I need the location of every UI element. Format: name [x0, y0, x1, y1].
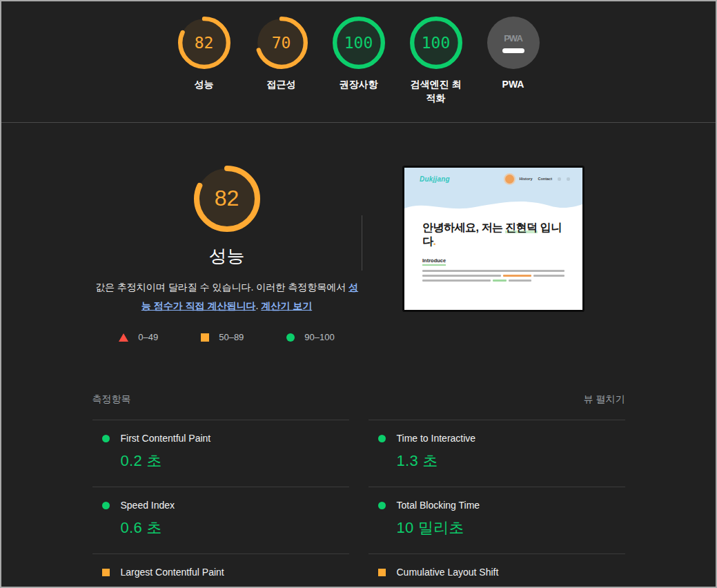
metric-name: Time to Interactive — [397, 433, 476, 444]
legend-pass-range: 90–100 — [304, 332, 334, 342]
thumbnail-subheading: Introduce — [422, 257, 446, 266]
metric-first-contentful-paint: First Contentful Paint 0.2 초 — [92, 420, 349, 487]
thumbnail-heading: 안녕하세요, 저는 진현덕 입니다. — [422, 221, 573, 250]
calculator-link[interactable]: 계산기 보기 — [261, 300, 312, 311]
metric-largest-contentful-paint: Largest Contentful Paint 2.2 초 — [92, 553, 349, 588]
pwa-badge-icon: PWA — [487, 17, 540, 69]
metric-total-blocking-time: Total Blocking Time 10 밀리초 — [369, 487, 625, 553]
legend-average-range: 50–89 — [219, 332, 244, 342]
category-link-performance[interactable]: 82 성능 — [177, 17, 232, 106]
thumbnail-nav-contact: Contact — [538, 177, 552, 181]
scores-header: 82 성능 70 접근성 100 권장사항 — [1, 1, 716, 123]
performance-score: 82 — [178, 17, 230, 69]
category-link-seo[interactable]: 100 검색엔진 최적화 — [409, 17, 464, 106]
heading-name: 진현덕 — [505, 222, 538, 233]
metric-value: 1.3 초 — [397, 451, 625, 471]
legend-fail: 0–49 — [119, 332, 158, 342]
metric-name: Total Blocking Time — [397, 500, 480, 511]
metric-speed-index: Speed Index 0.6 초 — [92, 487, 349, 553]
performance-score-block: 82 성능 값은 추정치이며 달라질 수 있습니다. 이러한 측정항목에서 성능… — [92, 166, 362, 343]
metric-value: 0.6 초 — [121, 518, 349, 538]
metric-cumulative-layout-shift: Cumulative Layout Shift 0.231 — [369, 553, 625, 588]
metric-value: 0.231 — [397, 585, 625, 588]
metric-name: First Contentful Paint — [121, 433, 211, 444]
performance-summary: 82 성능 값은 추정치이며 달라질 수 있습니다. 이러한 측정항목에서 성능… — [92, 166, 625, 343]
score-legend: 0–49 50–89 90–100 — [119, 332, 334, 342]
metric-value: 10 밀리초 — [397, 518, 625, 538]
category-link-accessibility[interactable]: 70 접근성 — [254, 17, 309, 106]
performance-label: 성능 — [195, 77, 214, 91]
thumbnail-nav-history: History — [520, 177, 533, 181]
performance-big-gauge: 82 — [194, 166, 260, 232]
best-practices-score: 100 — [333, 17, 385, 69]
metric-rating-icon — [378, 435, 386, 442]
metric-rating-icon — [102, 502, 110, 509]
metrics-header: 측정항목 뷰 펼치기 — [92, 393, 625, 406]
performance-big-score: 82 — [194, 166, 260, 232]
metrics-section: 측정항목 뷰 펼치기 First Contentful Paint 0.2 초 … — [92, 393, 625, 588]
performance-description: 값은 추정치이며 달라질 수 있습니다. 이러한 측정항목에서 성능 점수가 직… — [94, 278, 360, 316]
category-link-pwa[interactable]: PWA PWA — [486, 17, 541, 106]
thumbnail-logo: Dukjjang — [420, 175, 450, 183]
pass-circle-icon — [286, 333, 295, 342]
metric-rating-icon — [378, 569, 386, 576]
expand-view-toggle[interactable]: 뷰 펼치기 — [584, 393, 625, 406]
thumbnail-nav-links: History Contact — [505, 175, 570, 184]
description-text: 값은 추정치이며 달라질 수 있습니다. 이러한 측정항목에서 — [95, 282, 348, 293]
metric-name: Largest Contentful Paint — [121, 567, 224, 578]
best-practices-label: 권장사항 — [340, 77, 378, 91]
seo-gauge: 100 — [410, 17, 462, 69]
accessibility-label: 접근성 — [267, 77, 296, 91]
accessibility-gauge: 70 — [255, 17, 308, 69]
metric-name: Cumulative Layout Shift — [397, 567, 499, 578]
legend-average: 50–89 — [201, 332, 244, 342]
best-practices-gauge: 100 — [333, 17, 385, 69]
thumbnail-content: 안녕하세요, 저는 진현덕 입니다. Introduce — [404, 215, 582, 282]
page-screenshot-thumbnail: Dukjjang History Contact — [402, 166, 585, 312]
performance-gauge: 82 — [178, 17, 230, 69]
metric-rating-icon — [102, 435, 110, 442]
metric-rating-icon — [378, 502, 386, 509]
wave-divider-icon — [404, 197, 582, 215]
thumbnail-navbar: Dukjjang History Contact — [404, 168, 582, 184]
heading-accent-dot: . — [433, 235, 436, 247]
screenshot-area: Dukjjang History Contact — [362, 166, 625, 312]
pwa-label: PWA — [502, 77, 524, 91]
performance-section-title: 성능 — [209, 244, 245, 268]
thumbnail-nav-icon — [567, 177, 570, 181]
category-link-best-practices[interactable]: 100 권장사항 — [331, 17, 386, 106]
lighthouse-report: 82 성능 70 접근성 100 권장사항 — [0, 0, 717, 588]
metrics-grid: First Contentful Paint 0.2 초 Time to Int… — [92, 420, 625, 588]
metric-time-to-interactive: Time to Interactive 1.3 초 — [369, 420, 625, 487]
fail-triangle-icon — [119, 333, 128, 342]
thumbnail-nav-icon — [558, 177, 561, 181]
thumbnail-hero: Dukjjang History Contact — [404, 168, 582, 198]
legend-pass: 90–100 — [286, 332, 334, 342]
seo-label: 검색엔진 최적화 — [409, 77, 464, 106]
metric-value: 2.2 초 — [121, 585, 349, 588]
report-body: 82 성능 값은 추정치이며 달라질 수 있습니다. 이러한 측정항목에서 성능… — [92, 123, 625, 588]
metrics-section-title: 측정항목 — [92, 393, 131, 406]
metric-name: Speed Index — [121, 500, 175, 511]
average-square-icon — [201, 333, 209, 342]
accessibility-score: 70 — [255, 17, 308, 69]
pwa-badge-text: PWA — [504, 33, 522, 43]
thumbnail-paragraph — [422, 270, 564, 282]
sun-icon — [505, 175, 514, 184]
metric-value: 0.2 초 — [121, 451, 349, 471]
heading-text: 안녕하세요, 저는 — [422, 222, 505, 233]
metric-rating-icon — [102, 569, 110, 576]
pwa-dash-icon — [502, 48, 524, 53]
seo-score: 100 — [410, 17, 462, 69]
legend-fail-range: 0–49 — [138, 332, 158, 342]
